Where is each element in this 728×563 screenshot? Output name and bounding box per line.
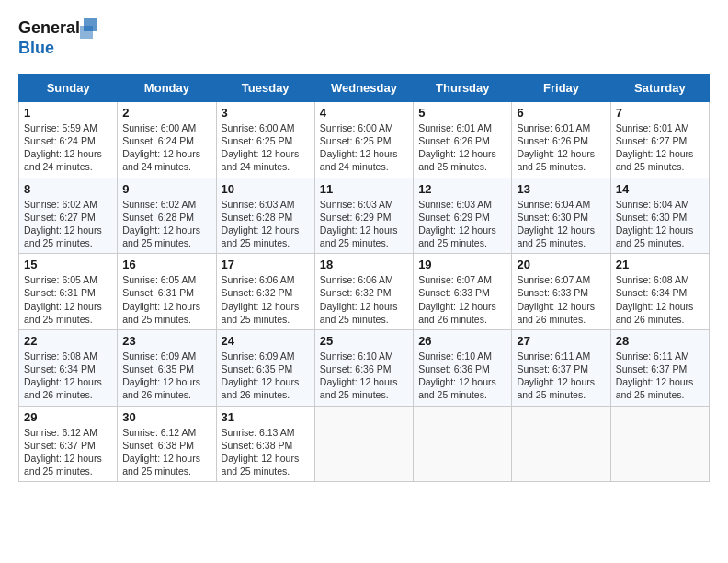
day-number: 9: [122, 182, 210, 196]
day-number: 28: [616, 334, 704, 348]
day-number: 21: [616, 258, 704, 271]
day-info: Sunrise: 6:03 AM Sunset: 6:29 PM Dayligh…: [320, 198, 408, 250]
calendar-cell: 13Sunrise: 6:04 AM Sunset: 6:30 PM Dayli…: [512, 178, 610, 254]
day-info: Sunrise: 6:05 AM Sunset: 6:31 PM Dayligh…: [24, 273, 112, 326]
day-info: Sunrise: 6:00 AM Sunset: 6:24 PM Dayligh…: [122, 121, 210, 174]
calendar-cell: 17Sunrise: 6:06 AM Sunset: 6:32 PM Dayli…: [216, 254, 314, 330]
day-number: 26: [418, 334, 506, 348]
day-info: Sunrise: 6:04 AM Sunset: 6:30 PM Dayligh…: [517, 198, 605, 250]
svg-marker-1: [80, 26, 93, 39]
day-number: 5: [418, 106, 506, 120]
day-number: 18: [320, 258, 408, 271]
calendar-cell: 26Sunrise: 6:10 AM Sunset: 6:36 PM Dayli…: [414, 329, 512, 406]
day-number: 20: [517, 258, 605, 271]
day-info: Sunrise: 6:06 AM Sunset: 6:32 PM Dayligh…: [222, 273, 310, 326]
calendar-cell: 5Sunrise: 6:01 AM Sunset: 6:26 PM Daylig…: [414, 101, 512, 178]
calendar-cell: 29Sunrise: 6:12 AM Sunset: 6:37 PM Dayli…: [19, 406, 118, 482]
calendar-cell: [512, 406, 610, 482]
day-number: 23: [122, 334, 210, 348]
calendar-cell: 23Sunrise: 6:09 AM Sunset: 6:35 PM Dayli…: [118, 329, 216, 406]
calendar-cell: 25Sunrise: 6:10 AM Sunset: 6:36 PM Dayli…: [314, 329, 413, 406]
day-info: Sunrise: 6:00 AM Sunset: 6:25 PM Dayligh…: [222, 121, 310, 174]
day-info: Sunrise: 6:01 AM Sunset: 6:27 PM Dayligh…: [616, 121, 704, 174]
day-info: Sunrise: 6:02 AM Sunset: 6:28 PM Dayligh…: [122, 198, 210, 250]
logo-text: General Blue: [18, 18, 97, 59]
day-info: Sunrise: 6:04 AM Sunset: 6:30 PM Dayligh…: [616, 198, 704, 250]
calendar-cell: 27Sunrise: 6:11 AM Sunset: 6:37 PM Dayli…: [512, 329, 610, 406]
day-number: 4: [320, 106, 408, 120]
calendar-cell: 16Sunrise: 6:05 AM Sunset: 6:31 PM Dayli…: [118, 254, 216, 330]
calendar-cell: 19Sunrise: 6:07 AM Sunset: 6:33 PM Dayli…: [414, 254, 512, 330]
calendar-week-row: 15Sunrise: 6:05 AM Sunset: 6:31 PM Dayli…: [19, 254, 710, 330]
calendar-cell: 12Sunrise: 6:03 AM Sunset: 6:29 PM Dayli…: [414, 178, 512, 254]
calendar-cell: 28Sunrise: 6:11 AM Sunset: 6:37 PM Dayli…: [610, 329, 709, 406]
calendar-cell: 18Sunrise: 6:06 AM Sunset: 6:32 PM Dayli…: [314, 254, 413, 330]
calendar-body: 1Sunrise: 5:59 AM Sunset: 6:24 PM Daylig…: [19, 101, 710, 481]
day-info: Sunrise: 5:59 AM Sunset: 6:24 PM Dayligh…: [24, 121, 112, 174]
day-number: 25: [320, 334, 408, 348]
day-number: 15: [24, 258, 112, 271]
day-info: Sunrise: 6:01 AM Sunset: 6:26 PM Dayligh…: [418, 121, 506, 174]
calendar-cell: 4Sunrise: 6:00 AM Sunset: 6:25 PM Daylig…: [314, 101, 413, 178]
day-number: 19: [418, 258, 506, 271]
day-number: 30: [122, 410, 210, 424]
calendar-week-row: 29Sunrise: 6:12 AM Sunset: 6:37 PM Dayli…: [19, 406, 710, 482]
calendar-cell: [314, 406, 413, 482]
day-header-monday: Monday: [118, 74, 216, 101]
calendar-cell: 8Sunrise: 6:02 AM Sunset: 6:27 PM Daylig…: [19, 178, 118, 254]
day-number: 16: [122, 258, 210, 271]
day-number: 11: [320, 182, 408, 196]
day-info: Sunrise: 6:11 AM Sunset: 6:37 PM Dayligh…: [517, 350, 605, 402]
day-info: Sunrise: 6:01 AM Sunset: 6:26 PM Dayligh…: [517, 121, 605, 174]
day-header-wednesday: Wednesday: [314, 74, 413, 101]
calendar-cell: 31Sunrise: 6:13 AM Sunset: 6:38 PM Dayli…: [216, 406, 314, 482]
day-header-tuesday: Tuesday: [216, 74, 314, 101]
day-number: 10: [222, 182, 310, 196]
calendar-cell: 21Sunrise: 6:08 AM Sunset: 6:34 PM Dayli…: [610, 254, 709, 330]
day-header-sunday: Sunday: [19, 74, 118, 101]
day-number: 27: [517, 334, 605, 348]
day-number: 7: [616, 106, 704, 120]
day-info: Sunrise: 6:10 AM Sunset: 6:36 PM Dayligh…: [418, 350, 506, 402]
day-header-friday: Friday: [512, 74, 610, 101]
day-number: 22: [24, 334, 112, 348]
day-number: 12: [418, 182, 506, 196]
day-number: 3: [222, 106, 310, 120]
calendar-week-row: 22Sunrise: 6:08 AM Sunset: 6:34 PM Dayli…: [19, 329, 710, 406]
logo: General Blue: [18, 18, 97, 59]
day-number: 29: [24, 410, 112, 424]
day-info: Sunrise: 6:09 AM Sunset: 6:35 PM Dayligh…: [222, 350, 310, 402]
calendar-cell: 22Sunrise: 6:08 AM Sunset: 6:34 PM Dayli…: [19, 329, 118, 406]
page-header: General Blue: [18, 18, 710, 59]
day-number: 8: [24, 182, 112, 196]
calendar-cell: 6Sunrise: 6:01 AM Sunset: 6:26 PM Daylig…: [512, 101, 610, 178]
calendar-cell: 2Sunrise: 6:00 AM Sunset: 6:24 PM Daylig…: [118, 101, 216, 178]
calendar-cell: 15Sunrise: 6:05 AM Sunset: 6:31 PM Dayli…: [19, 254, 118, 330]
day-info: Sunrise: 6:03 AM Sunset: 6:29 PM Dayligh…: [418, 198, 506, 250]
calendar-cell: 14Sunrise: 6:04 AM Sunset: 6:30 PM Dayli…: [610, 178, 709, 254]
calendar-cell: 11Sunrise: 6:03 AM Sunset: 6:29 PM Dayli…: [314, 178, 413, 254]
day-number: 6: [517, 106, 605, 120]
calendar-cell: [414, 406, 512, 482]
calendar-cell: 7Sunrise: 6:01 AM Sunset: 6:27 PM Daylig…: [610, 101, 709, 178]
calendar-cell: 1Sunrise: 5:59 AM Sunset: 6:24 PM Daylig…: [19, 101, 118, 178]
day-info: Sunrise: 6:05 AM Sunset: 6:31 PM Dayligh…: [122, 273, 210, 326]
day-info: Sunrise: 6:09 AM Sunset: 6:35 PM Dayligh…: [122, 350, 210, 402]
day-info: Sunrise: 6:11 AM Sunset: 6:37 PM Dayligh…: [616, 350, 704, 402]
calendar-cell: 10Sunrise: 6:03 AM Sunset: 6:28 PM Dayli…: [216, 178, 314, 254]
calendar-table: SundayMondayTuesdayWednesdayThursdayFrid…: [18, 74, 710, 482]
day-info: Sunrise: 6:06 AM Sunset: 6:32 PM Dayligh…: [320, 273, 408, 326]
calendar-week-row: 8Sunrise: 6:02 AM Sunset: 6:27 PM Daylig…: [19, 178, 710, 254]
day-number: 2: [122, 106, 210, 120]
day-number: 13: [517, 182, 605, 196]
calendar-cell: [610, 406, 709, 482]
day-info: Sunrise: 6:00 AM Sunset: 6:25 PM Dayligh…: [320, 121, 408, 174]
day-info: Sunrise: 6:03 AM Sunset: 6:28 PM Dayligh…: [222, 198, 310, 250]
day-number: 24: [222, 334, 310, 348]
day-number: 1: [24, 106, 112, 120]
calendar-cell: 30Sunrise: 6:12 AM Sunset: 6:38 PM Dayli…: [118, 406, 216, 482]
day-info: Sunrise: 6:02 AM Sunset: 6:27 PM Dayligh…: [24, 198, 112, 250]
day-info: Sunrise: 6:12 AM Sunset: 6:38 PM Dayligh…: [122, 426, 210, 478]
calendar-cell: 20Sunrise: 6:07 AM Sunset: 6:33 PM Dayli…: [512, 254, 610, 330]
day-header-saturday: Saturday: [610, 74, 709, 101]
